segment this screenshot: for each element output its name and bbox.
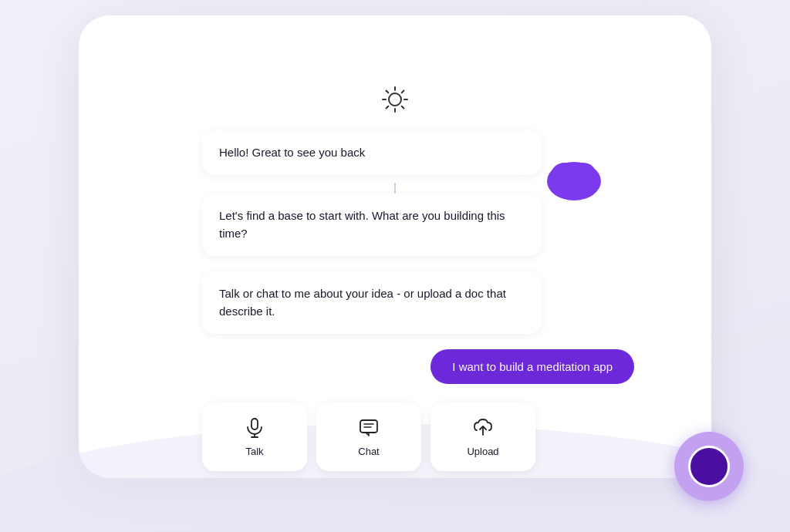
user-message-wrapper: I want to build a meditation app xyxy=(202,342,588,399)
chat-icon xyxy=(358,416,380,438)
svg-rect-13 xyxy=(252,419,258,429)
action-buttons-row: Talk Chat xyxy=(202,402,535,471)
upload-button[interactable]: Upload xyxy=(430,402,535,471)
message-card-1: Hello! Great to see you back xyxy=(202,130,542,176)
messages-wrapper: Hello! Great to see you back Let's find … xyxy=(202,130,588,472)
svg-rect-16 xyxy=(360,420,377,433)
message-card-2: Let's find a base to start with. What ar… xyxy=(202,194,542,256)
talk-label: Talk xyxy=(245,446,263,457)
svg-line-12 xyxy=(387,106,389,108)
upload-label: Upload xyxy=(467,446,498,457)
circle-button-inner xyxy=(688,446,730,487)
content-area: Hello! Great to see you back Let's find … xyxy=(202,61,588,472)
circle-action-button[interactable] xyxy=(674,432,744,501)
svg-point-3 xyxy=(571,163,596,184)
svg-point-4 xyxy=(389,93,401,106)
chat-label: Chat xyxy=(358,446,379,457)
user-message-bubble: I want to build a meditation app xyxy=(430,349,634,384)
message-text-3: Talk or chat to me about your idea - or … xyxy=(219,287,506,318)
user-message-text: I want to build a meditation app xyxy=(452,360,613,373)
sun-icon xyxy=(380,84,410,115)
card-divider xyxy=(394,183,396,194)
talk-button[interactable]: Talk xyxy=(202,402,307,471)
sun-icon-container xyxy=(380,84,410,118)
chat-button[interactable]: Chat xyxy=(316,402,421,471)
main-container: Hello! Great to see you back Let's find … xyxy=(0,0,790,532)
svg-line-11 xyxy=(402,90,404,93)
cloud-decoration xyxy=(543,150,605,200)
microphone-icon xyxy=(244,416,265,438)
message-card-3: Talk or chat to me about your idea - or … xyxy=(202,271,542,334)
message-text-2: Let's find a base to start with. What ar… xyxy=(219,209,505,240)
svg-line-9 xyxy=(387,90,389,93)
svg-line-10 xyxy=(402,106,404,108)
upload-icon xyxy=(472,416,494,438)
message-text-1: Hello! Great to see you back xyxy=(219,146,365,159)
